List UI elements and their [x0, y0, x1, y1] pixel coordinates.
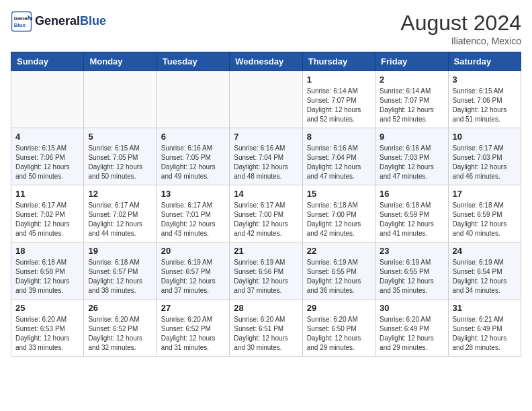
day-number: 25	[15, 303, 79, 313]
svg-text:Blue: Blue	[14, 22, 26, 28]
calendar-week-row: 25Sunrise: 6:20 AM Sunset: 6:53 PM Dayli…	[11, 300, 521, 357]
calendar-day-cell: 5Sunrise: 6:15 AM Sunset: 7:05 PM Daylig…	[84, 128, 157, 185]
calendar-day-cell	[84, 71, 157, 128]
day-info: Sunrise: 6:18 AM Sunset: 6:59 PM Dayligh…	[380, 201, 443, 238]
title-block: August 2024 Iliatenco, Mexico	[400, 11, 521, 46]
day-info: Sunrise: 6:21 AM Sunset: 6:49 PM Dayligh…	[453, 315, 517, 353]
day-number: 9	[380, 132, 443, 142]
month-year: August 2024	[400, 11, 521, 36]
weekday-header: Saturday	[448, 52, 521, 71]
day-number: 11	[15, 189, 79, 199]
day-info: Sunrise: 6:17 AM Sunset: 7:02 PM Dayligh…	[15, 201, 79, 238]
calendar-day-cell	[157, 71, 229, 128]
day-number: 12	[88, 189, 152, 199]
day-info: Sunrise: 6:18 AM Sunset: 6:58 PM Dayligh…	[15, 258, 79, 295]
calendar-day-cell: 20Sunrise: 6:19 AM Sunset: 6:57 PM Dayli…	[157, 242, 229, 300]
calendar-day-cell: 22Sunrise: 6:19 AM Sunset: 6:55 PM Dayli…	[302, 242, 375, 300]
day-number: 28	[234, 303, 298, 313]
calendar-day-cell: 14Sunrise: 6:17 AM Sunset: 7:00 PM Dayli…	[230, 185, 302, 242]
day-number: 8	[307, 132, 371, 142]
day-info: Sunrise: 6:17 AM Sunset: 7:01 PM Dayligh…	[161, 201, 225, 238]
day-info: Sunrise: 6:15 AM Sunset: 7:06 PM Dayligh…	[453, 87, 517, 124]
day-info: Sunrise: 6:19 AM Sunset: 6:56 PM Dayligh…	[234, 258, 298, 295]
calendar-day-cell: 12Sunrise: 6:17 AM Sunset: 7:02 PM Dayli…	[84, 185, 157, 242]
day-info: Sunrise: 6:18 AM Sunset: 6:57 PM Dayligh…	[88, 258, 152, 295]
calendar-day-cell: 4Sunrise: 6:15 AM Sunset: 7:06 PM Daylig…	[11, 128, 84, 185]
day-info: Sunrise: 6:16 AM Sunset: 7:05 PM Dayligh…	[161, 144, 225, 181]
calendar-day-cell: 25Sunrise: 6:20 AM Sunset: 6:53 PM Dayli…	[11, 300, 84, 357]
day-number: 30	[380, 303, 443, 313]
page-header: General Blue GeneralBlue August 2024 Ili…	[11, 11, 521, 46]
calendar-day-cell: 10Sunrise: 6:17 AM Sunset: 7:03 PM Dayli…	[448, 128, 521, 185]
calendar-week-row: 18Sunrise: 6:18 AM Sunset: 6:58 PM Dayli…	[11, 242, 521, 300]
day-number: 20	[161, 246, 225, 256]
day-info: Sunrise: 6:14 AM Sunset: 7:07 PM Dayligh…	[380, 87, 443, 124]
calendar-day-cell: 3Sunrise: 6:15 AM Sunset: 7:06 PM Daylig…	[448, 71, 521, 128]
day-number: 16	[380, 189, 443, 199]
calendar-day-cell: 6Sunrise: 6:16 AM Sunset: 7:05 PM Daylig…	[157, 128, 229, 185]
day-info: Sunrise: 6:14 AM Sunset: 7:07 PM Dayligh…	[307, 87, 371, 124]
calendar-week-row: 4Sunrise: 6:15 AM Sunset: 7:06 PM Daylig…	[11, 128, 521, 185]
day-info: Sunrise: 6:19 AM Sunset: 6:55 PM Dayligh…	[307, 258, 371, 295]
calendar-day-cell: 18Sunrise: 6:18 AM Sunset: 6:58 PM Dayli…	[11, 242, 84, 300]
day-number: 5	[88, 132, 152, 142]
weekday-header: Thursday	[302, 52, 375, 71]
day-number: 2	[380, 75, 443, 85]
day-info: Sunrise: 6:15 AM Sunset: 7:06 PM Dayligh…	[15, 144, 79, 181]
calendar-day-cell: 17Sunrise: 6:18 AM Sunset: 6:59 PM Dayli…	[448, 185, 521, 242]
calendar-day-cell: 26Sunrise: 6:20 AM Sunset: 6:52 PM Dayli…	[84, 300, 157, 357]
day-info: Sunrise: 6:20 AM Sunset: 6:52 PM Dayligh…	[88, 315, 152, 353]
weekday-header: Monday	[84, 52, 157, 71]
calendar-day-cell: 24Sunrise: 6:19 AM Sunset: 6:54 PM Dayli…	[448, 242, 521, 300]
day-number: 14	[234, 189, 298, 199]
weekday-header: Tuesday	[157, 52, 229, 71]
day-info: Sunrise: 6:20 AM Sunset: 6:52 PM Dayligh…	[161, 315, 225, 353]
calendar-day-cell: 23Sunrise: 6:19 AM Sunset: 6:55 PM Dayli…	[375, 242, 448, 300]
logo-icon: General Blue	[11, 11, 32, 32]
day-info: Sunrise: 6:19 AM Sunset: 6:54 PM Dayligh…	[453, 258, 517, 295]
logo: General Blue GeneralBlue	[11, 11, 106, 32]
calendar-day-cell: 9Sunrise: 6:16 AM Sunset: 7:03 PM Daylig…	[375, 128, 448, 185]
calendar-day-cell: 13Sunrise: 6:17 AM Sunset: 7:01 PM Dayli…	[157, 185, 229, 242]
day-number: 22	[307, 246, 371, 256]
calendar-day-cell	[11, 71, 84, 128]
day-number: 23	[380, 246, 443, 256]
weekday-header: Wednesday	[230, 52, 302, 71]
calendar-day-cell: 27Sunrise: 6:20 AM Sunset: 6:52 PM Dayli…	[157, 300, 229, 357]
calendar-table: SundayMondayTuesdayWednesdayThursdayFrid…	[11, 52, 521, 357]
day-number: 26	[88, 303, 152, 313]
day-info: Sunrise: 6:20 AM Sunset: 6:53 PM Dayligh…	[15, 315, 79, 353]
day-number: 29	[307, 303, 371, 313]
day-info: Sunrise: 6:16 AM Sunset: 7:04 PM Dayligh…	[234, 144, 298, 181]
calendar-day-cell: 30Sunrise: 6:20 AM Sunset: 6:49 PM Dayli…	[375, 300, 448, 357]
day-number: 19	[88, 246, 152, 256]
day-info: Sunrise: 6:15 AM Sunset: 7:05 PM Dayligh…	[88, 144, 152, 181]
calendar-day-cell: 7Sunrise: 6:16 AM Sunset: 7:04 PM Daylig…	[230, 128, 302, 185]
day-number: 31	[453, 303, 517, 313]
calendar-day-cell: 8Sunrise: 6:16 AM Sunset: 7:04 PM Daylig…	[302, 128, 375, 185]
day-info: Sunrise: 6:16 AM Sunset: 7:04 PM Dayligh…	[307, 144, 371, 181]
calendar-week-row: 1Sunrise: 6:14 AM Sunset: 7:07 PM Daylig…	[11, 71, 521, 128]
day-info: Sunrise: 6:19 AM Sunset: 6:55 PM Dayligh…	[380, 258, 443, 295]
day-number: 24	[453, 246, 517, 256]
day-number: 4	[15, 132, 79, 142]
calendar-day-cell: 29Sunrise: 6:20 AM Sunset: 6:50 PM Dayli…	[302, 300, 375, 357]
calendar-header-row: SundayMondayTuesdayWednesdayThursdayFrid…	[11, 52, 521, 71]
calendar-day-cell: 15Sunrise: 6:18 AM Sunset: 7:00 PM Dayli…	[302, 185, 375, 242]
calendar-day-cell	[230, 71, 302, 128]
location: Iliatenco, Mexico	[400, 36, 521, 46]
calendar-day-cell: 11Sunrise: 6:17 AM Sunset: 7:02 PM Dayli…	[11, 185, 84, 242]
day-number: 7	[234, 132, 298, 142]
logo-text: GeneralBlue	[35, 15, 106, 28]
day-number: 17	[453, 189, 517, 199]
day-number: 21	[234, 246, 298, 256]
day-info: Sunrise: 6:16 AM Sunset: 7:03 PM Dayligh…	[380, 144, 443, 181]
day-number: 3	[453, 75, 517, 85]
calendar-day-cell: 2Sunrise: 6:14 AM Sunset: 7:07 PM Daylig…	[375, 71, 448, 128]
day-number: 6	[161, 132, 225, 142]
weekday-header: Sunday	[11, 52, 84, 71]
calendar-day-cell: 21Sunrise: 6:19 AM Sunset: 6:56 PM Dayli…	[230, 242, 302, 300]
day-info: Sunrise: 6:19 AM Sunset: 6:57 PM Dayligh…	[161, 258, 225, 295]
calendar-day-cell: 31Sunrise: 6:21 AM Sunset: 6:49 PM Dayli…	[448, 300, 521, 357]
day-info: Sunrise: 6:18 AM Sunset: 6:59 PM Dayligh…	[453, 201, 517, 238]
